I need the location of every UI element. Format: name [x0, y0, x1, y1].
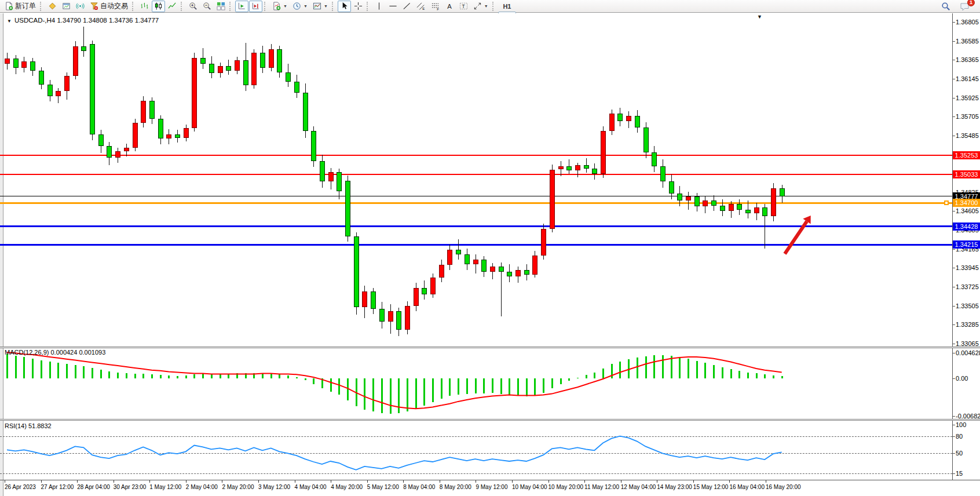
level-line-1.34215[interactable] [0, 244, 952, 246]
date-axis-label: 10 May 04:00 [512, 484, 547, 490]
candle-body [780, 188, 785, 196]
date-axis-tick [149, 480, 150, 483]
macd-histogram-bar [662, 355, 664, 378]
axis-tick [952, 425, 955, 425]
axis-tick [952, 136, 955, 136]
candle-body [405, 306, 410, 329]
level-price-badge: 1.35033 [953, 170, 980, 178]
candle-body [490, 267, 495, 272]
macd-histogram-bar [602, 369, 604, 378]
macd-histogram-bar [356, 378, 357, 406]
macd-histogram-bar [338, 378, 340, 395]
date-axis-label: 4 May 20:00 [331, 484, 363, 490]
level-line-1.35253[interactable] [0, 155, 952, 156]
macd-histogram-bar [458, 378, 459, 395]
candle-body [677, 194, 682, 200]
macd-axis-label: 0.004628 [956, 349, 980, 356]
level-price-badge: 1.34215 [953, 240, 980, 249]
candle-wick [83, 27, 84, 57]
candle-body [592, 169, 597, 174]
macd-histogram-bar [543, 378, 544, 393]
level-drag-handle[interactable] [944, 200, 949, 205]
macd-histogram-bar [66, 364, 68, 378]
date-axis-label: 8 May 04:00 [403, 484, 435, 490]
level-line-1.34428[interactable] [0, 225, 952, 227]
macd-histogram-bar [75, 365, 76, 378]
candle-body [303, 93, 308, 130]
macd-histogram-bar [449, 378, 451, 396]
macd-histogram-bar [773, 375, 774, 378]
date-axis-tick [331, 480, 331, 483]
price-axis-label: 1.33725 [956, 283, 979, 290]
candle-body [328, 172, 334, 181]
price-axis-label: 1.34605 [956, 207, 979, 214]
candle-body [21, 61, 27, 68]
candle-body [499, 267, 504, 272]
date-axis-label: 16 May 20:00 [766, 484, 801, 490]
macd-histogram-bar [202, 374, 204, 378]
level-line-1.34700[interactable] [0, 202, 952, 204]
macd-histogram-bar [534, 378, 536, 395]
candle-body [473, 260, 478, 264]
macd-histogram-bar [168, 375, 170, 378]
date-axis-label: 12 May 04:00 [621, 484, 656, 490]
date-axis-label: 26 Apr 2023 [5, 484, 36, 490]
candle-body [652, 152, 657, 166]
chart-window[interactable]: 1.368051.365851.363651.361451.359251.357… [0, 13, 980, 496]
price-axis-label: 1.35485 [956, 132, 979, 139]
candle-body [711, 200, 716, 206]
macd-histogram-bar [500, 378, 502, 394]
trading-terminal: 新订单 自动交易 ▼ ▼ ▼ E F A T ▼ [0, 0, 980, 496]
price-axis-label: 1.36365 [956, 56, 979, 63]
macd-histogram-bar [151, 374, 153, 378]
macd-histogram-bar [526, 378, 528, 396]
macd-histogram-bar [645, 356, 647, 378]
macd-histogram-bar [185, 375, 187, 378]
macd-histogram-bar [577, 378, 579, 378]
macd-histogram-bar [483, 378, 485, 393]
macd-histogram-bar [423, 378, 425, 406]
price-axis-label: 1.35925 [956, 94, 979, 101]
macd-histogram-bar [713, 365, 715, 378]
candle-body [251, 53, 257, 85]
pane-separator[interactable] [0, 347, 980, 348]
macd-histogram-bar [475, 378, 477, 393]
symbol-menu-arrow-icon[interactable]: ▼ [7, 19, 12, 24]
date-axis-label: 2 May 04:00 [186, 484, 218, 490]
macd-histogram-bar [253, 373, 255, 378]
macd-histogram-bar [228, 374, 229, 378]
macd-histogram-bar [305, 378, 306, 380]
macd-histogram-bar [653, 355, 655, 378]
candle-body [745, 210, 751, 213]
level-line-1.35033[interactable] [0, 174, 952, 175]
macd-histogram-bar [560, 378, 562, 384]
macd-histogram-bar [23, 357, 25, 378]
candle-body [762, 207, 767, 216]
date-axis-tick [186, 480, 187, 483]
axis-tick [952, 116, 955, 117]
axis-tick [952, 453, 955, 454]
date-axis-tick [621, 480, 621, 483]
axis-tick [952, 324, 955, 325]
macd-histogram-bar [611, 364, 613, 378]
candle-body [115, 151, 120, 157]
candle-body [337, 172, 342, 191]
macd-histogram-bar [32, 359, 34, 378]
candle-body [422, 288, 427, 294]
candle-body [133, 123, 138, 148]
axis-tick [952, 98, 955, 99]
date-axis-tick [584, 480, 585, 483]
macd-histogram-bar [142, 374, 144, 378]
candle-body [47, 85, 53, 97]
candle-body [294, 82, 299, 93]
candle-body [192, 58, 197, 129]
date-axis-label: 5 May 12:00 [367, 484, 399, 490]
date-axis-label: 11 May 12:00 [584, 484, 619, 490]
candle-body [754, 207, 759, 213]
macd-histogram-bar [177, 376, 178, 378]
candle-body [286, 72, 291, 82]
date-axis-label: 1 May 12:00 [149, 484, 181, 490]
pane-separator[interactable] [0, 419, 980, 421]
chart-shift-marker[interactable]: ▼ [757, 14, 762, 20]
level-line-1.34777[interactable] [0, 196, 952, 196]
